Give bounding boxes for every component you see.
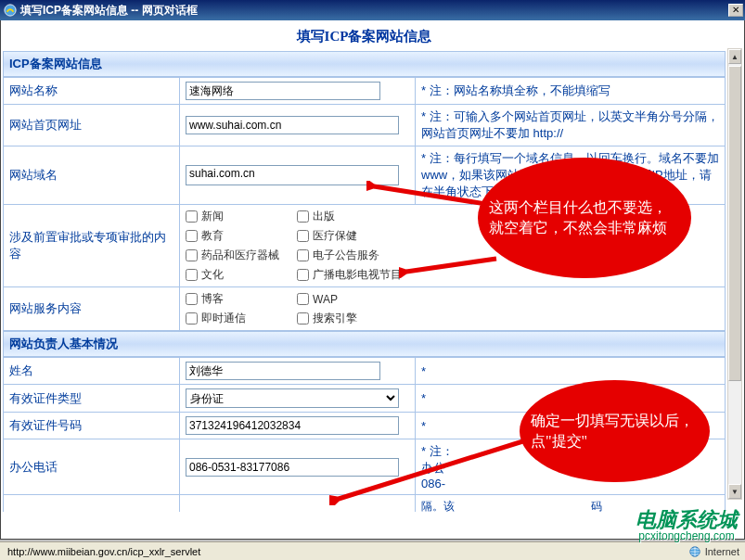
watermark: 电脑系统城 pcxitongcheng.com <box>636 510 738 541</box>
id-number-input[interactable] <box>186 416 399 435</box>
checkbox-wap[interactable]: WAP <box>297 291 408 307</box>
label-site-home-url: 网站首页网址 <box>4 105 180 146</box>
arrow-1b <box>399 255 501 278</box>
globe-icon <box>688 545 701 558</box>
page-title: 填写ICP备案网站信息 <box>3 22 726 51</box>
checkbox-blog[interactable]: 博客 <box>186 291 297 307</box>
checkbox-broadcast[interactable]: 广播电影电视节目 <box>297 267 408 283</box>
checkbox-health[interactable]: 医疗保健 <box>297 228 408 244</box>
note-site-home-url: * 注：可输入多个网站首页网址，以英文半角分号分隔，网站首页网址不要加 http… <box>416 105 726 146</box>
status-bar: http://www.miibeian.gov.cn/icp_xxlr_serv… <box>0 541 745 560</box>
label-office-phone: 办公电话 <box>4 439 180 495</box>
checkbox-im[interactable]: 即时通信 <box>186 311 297 326</box>
annotation-bubble-1: 这两个栏目什么也不要选，就空着它，不然会非常麻烦 <box>478 158 691 278</box>
statusbar-zone: Internet <box>705 546 739 557</box>
label-site-domain: 网站域名 <box>4 146 180 205</box>
label-site-name: 网站名称 <box>4 78 180 105</box>
label-pre-approval: 涉及前置审批或专项审批的内容 <box>4 205 180 287</box>
scroll-thumb[interactable] <box>728 66 741 381</box>
checkbox-publish[interactable]: 出版 <box>297 209 408 224</box>
svg-line-1 <box>374 186 492 205</box>
check-row: 即时通信 搜索引擎 <box>186 311 719 326</box>
checkbox-edu[interactable]: 教育 <box>186 228 297 244</box>
checkbox-bbs[interactable]: 电子公告服务 <box>297 248 408 263</box>
label-mobile: 移动手机号码 <box>4 495 180 513</box>
arrow-1a <box>366 181 496 209</box>
label-service-content: 网站服务内容 <box>4 287 180 331</box>
note-site-name: * 注：网站名称填全称，不能填缩写 <box>416 78 726 105</box>
checkbox-culture[interactable]: 文化 <box>186 267 297 283</box>
window-title: 填写ICP备案网站信息 -- 网页对话框 <box>20 3 198 19</box>
statusbar-url: http://www.miibeian.gov.cn/icp_xxlr_serv… <box>7 546 200 557</box>
id-type-select[interactable]: 身份证 <box>186 388 399 408</box>
window-titlebar: 填写ICP备案网站信息 -- 网页对话框 ✕ <box>0 0 745 20</box>
site-name-input[interactable] <box>186 82 380 100</box>
scroll-up-icon[interactable]: ▲ <box>728 49 741 64</box>
svg-line-3 <box>339 439 529 499</box>
label-id-type: 有效证件类型 <box>4 385 180 413</box>
scroll-down-icon[interactable]: ▼ <box>728 484 741 499</box>
annotation-bubble-2: 确定一切填写无误以后，点"提交" <box>520 380 710 482</box>
label-name: 姓名 <box>4 358 180 385</box>
ie-icon <box>4 4 17 17</box>
site-home-url-input[interactable] <box>186 116 399 134</box>
vertical-scrollbar[interactable]: ▲ ▼ <box>727 48 742 500</box>
note-name: * <box>416 358 726 385</box>
checkbox-search[interactable]: 搜索引擎 <box>297 311 408 326</box>
checkbox-drug[interactable]: 药品和医疗器械 <box>186 248 297 263</box>
name-input[interactable] <box>186 362 380 380</box>
arrow-2 <box>329 436 533 505</box>
label-id-number: 有效证件号码 <box>4 413 180 439</box>
svg-line-2 <box>406 259 496 272</box>
checkbox-news[interactable]: 新闻 <box>186 209 297 224</box>
section-header-2: 网站负责人基本情况 <box>3 331 726 357</box>
section-header-1: ICP备案网站信息 <box>3 51 726 77</box>
close-button[interactable]: ✕ <box>728 4 743 17</box>
check-row: 博客 WAP <box>186 291 719 307</box>
